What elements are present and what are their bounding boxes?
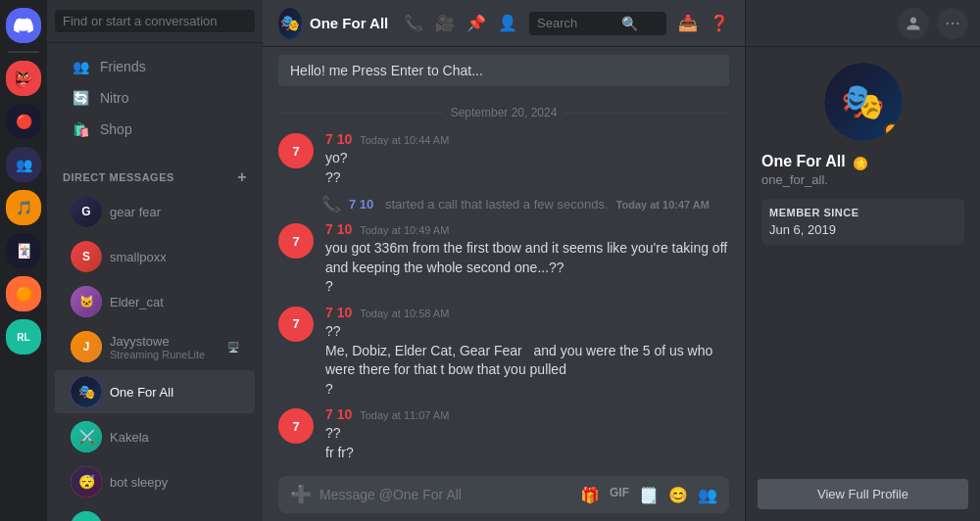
server-icon-1[interactable]: 👺 bbox=[6, 61, 41, 96]
online-status-ring bbox=[883, 121, 901, 139]
dm-name: Jayystowe bbox=[110, 334, 220, 349]
date-separator: September 20, 2024 bbox=[263, 90, 745, 127]
call-text: started a call that lasted a few seconds… bbox=[381, 197, 608, 212]
dm-item-one-for-all[interactable]: 🎭 One For All bbox=[55, 370, 255, 413]
dm-section-label: DIRECT MESSAGES bbox=[63, 171, 174, 183]
dm-item-kakela[interactable]: ⚔️ Kakela bbox=[55, 415, 255, 458]
message-content: 7 10 Today at 11:07 AM ??fr fr? bbox=[325, 406, 729, 462]
dm-name: Elder_cat bbox=[110, 295, 239, 309]
system-message: 📞 7 10 started a call that lasted a few … bbox=[263, 191, 745, 217]
sidebar-item-nitro[interactable]: 🔄 Nitro bbox=[55, 82, 255, 114]
add-attachment-button[interactable]: ➕ bbox=[290, 484, 312, 505]
message-content: 7 10 Today at 10:49 AM you got 336m from… bbox=[325, 221, 729, 297]
add-friend-icon[interactable]: 👤 bbox=[498, 14, 517, 32]
sticker-icon[interactable]: 🗒️ bbox=[639, 486, 659, 504]
messages-area[interactable]: Hello! me Press Enter to Chat... Septemb… bbox=[263, 47, 745, 476]
dm-item-elder-cat[interactable]: 🐱 Elder_cat bbox=[55, 280, 255, 323]
avatar: ⚔️ bbox=[71, 421, 102, 452]
header-search-input[interactable] bbox=[537, 16, 615, 30]
help-icon[interactable]: ❓ bbox=[710, 14, 729, 32]
call-author: 7 10 bbox=[349, 197, 373, 212]
friends-icon: 👥 bbox=[71, 57, 90, 76]
pin-icon[interactable]: 📌 bbox=[466, 14, 486, 32]
message-group: 7 7 10 Today at 10:58 AM ??Me, Dobiz, El… bbox=[263, 301, 745, 403]
sidebar-item-friends[interactable]: 👥 Friends bbox=[55, 51, 255, 82]
message-header: 7 10 Today at 10:44 AM bbox=[325, 131, 729, 147]
dm-name: bot sleepy bbox=[110, 475, 239, 490]
dm-item-runelite[interactable]: RL RuneLite 🤖 bbox=[55, 505, 255, 521]
dm-item-bot-sleepy[interactable]: 😴 bot sleepy bbox=[55, 460, 255, 503]
message-time: Today at 11:07 AM bbox=[360, 409, 449, 421]
emoji-icon[interactable]: 😊 bbox=[668, 486, 688, 504]
message-text: ??Me, Dobiz, Elder Cat, Gear Fear and yo… bbox=[325, 322, 729, 399]
avatar: 7 bbox=[278, 133, 314, 168]
call-icon: 📞 bbox=[321, 195, 341, 213]
server-icon-5[interactable]: 🃏 bbox=[6, 233, 41, 268]
member-since-label: Member Since bbox=[769, 207, 956, 218]
message-author: 7 10 bbox=[325, 406, 352, 422]
dm-name: One For All bbox=[110, 385, 239, 400]
dm-search-area bbox=[47, 0, 263, 43]
search-box: 🔍 bbox=[529, 12, 666, 35]
message-text: you got 336m from the first tbow and it … bbox=[325, 239, 729, 297]
streaming-icon: 🖥️ bbox=[227, 342, 239, 353]
gift-icon[interactable]: 🎁 bbox=[580, 486, 600, 504]
sidebar-item-shop[interactable]: 🛍️ Shop bbox=[55, 114, 255, 145]
message-header: 7 10 Today at 10:58 AM bbox=[325, 305, 729, 320]
search-icon[interactable]: 🔍 bbox=[621, 16, 638, 31]
nitro-label: Nitro bbox=[100, 90, 129, 106]
avatar: 7 bbox=[278, 307, 314, 342]
inbox-icon[interactable]: 📥 bbox=[678, 14, 698, 32]
dm-name: Kakela bbox=[110, 430, 239, 445]
gif-icon[interactable]: GIF bbox=[610, 486, 629, 504]
friends-label: Friends bbox=[100, 59, 146, 74]
dm-item-gear-fear[interactable]: G gear fear bbox=[55, 190, 255, 233]
message-author: 7 10 bbox=[325, 221, 352, 237]
phone-icon[interactable]: 📞 bbox=[404, 14, 423, 32]
channel-icon: 🎭 bbox=[278, 12, 302, 35]
server-icon-6[interactable]: 🟠 bbox=[6, 276, 41, 311]
verified-badge: ⭐ bbox=[854, 157, 867, 170]
server-icon-3[interactable]: 👥 bbox=[6, 147, 41, 182]
right-sidebar-header: ⋯ bbox=[746, 0, 980, 47]
activity-icon[interactable]: 👥 bbox=[698, 486, 717, 504]
message-author: 7 10 bbox=[325, 131, 352, 147]
date-text: September 20, 2024 bbox=[451, 106, 558, 119]
dm-sub: Streaming RuneLite bbox=[110, 349, 220, 360]
main-chat: 🎭 One For All 📞 🎥 📌 👤 🔍 📥 ❓ Hello! me Pr… bbox=[263, 0, 745, 521]
message-input[interactable] bbox=[319, 487, 572, 502]
server-icon-discord[interactable] bbox=[6, 8, 41, 43]
spacer bbox=[746, 260, 980, 479]
profile-name-text: One For All bbox=[761, 153, 846, 169]
avatar: 7 bbox=[278, 408, 314, 444]
server-icon-4[interactable]: 🎵 bbox=[6, 190, 41, 225]
message-content: 7 10 Today at 10:44 AM yo??? bbox=[325, 131, 729, 187]
avatar: J bbox=[71, 331, 102, 362]
typing-indicator: Hello! me Press Enter to Chat... bbox=[278, 55, 729, 86]
dm-item-smallpoxx[interactable]: S smallpoxx bbox=[55, 235, 255, 278]
message-time: Today at 10:44 AM bbox=[360, 134, 449, 146]
more-options-button[interactable]: ⋯ bbox=[937, 8, 968, 39]
avatar: 🎭 bbox=[71, 376, 102, 407]
profile-header-icon[interactable] bbox=[898, 8, 929, 39]
server-icon-7[interactable]: RL bbox=[6, 319, 41, 355]
header-icons: 📞 🎥 📌 👤 🔍 📥 ❓ bbox=[404, 12, 729, 35]
dm-nav: 👥 Friends 🔄 Nitro 🛍️ Shop bbox=[47, 43, 263, 153]
add-dm-button[interactable]: + bbox=[237, 168, 247, 186]
avatar: 🐱 bbox=[71, 286, 102, 317]
avatar: RL bbox=[71, 511, 102, 521]
view-full-profile-button[interactable]: View Full Profile bbox=[758, 479, 968, 509]
server-icon-2[interactable]: 🔴 bbox=[6, 104, 41, 139]
video-icon[interactable]: 🎥 bbox=[435, 14, 455, 32]
dm-item-jayystowe[interactable]: J Jayystowe Streaming RuneLite 🖥️ bbox=[55, 325, 255, 368]
chat-header: 🎭 One For All 📞 🎥 📌 👤 🔍 📥 ❓ bbox=[263, 0, 745, 47]
dm-name: smallpoxx bbox=[110, 250, 239, 264]
message-group: 7 7 10 Today at 10:44 AM yo??? bbox=[263, 127, 745, 191]
profile-details: Member Since Jun 6, 2019 bbox=[761, 199, 964, 245]
dm-search-input[interactable] bbox=[55, 10, 255, 32]
message-content: 7 10 Today at 10:58 AM ??Me, Dobiz, Elde… bbox=[325, 305, 729, 399]
message-group: 7 7 10 Today at 11:07 AM ??fr fr? bbox=[263, 403, 745, 466]
server-bar: 👺 🔴 👥 🎵 🃏 🟠 RL bbox=[0, 0, 47, 521]
dm-list: G gear fear S smallpoxx 🐱 Elder_cat J Ja… bbox=[47, 190, 263, 521]
profile-username: one_for_all. bbox=[761, 172, 828, 187]
